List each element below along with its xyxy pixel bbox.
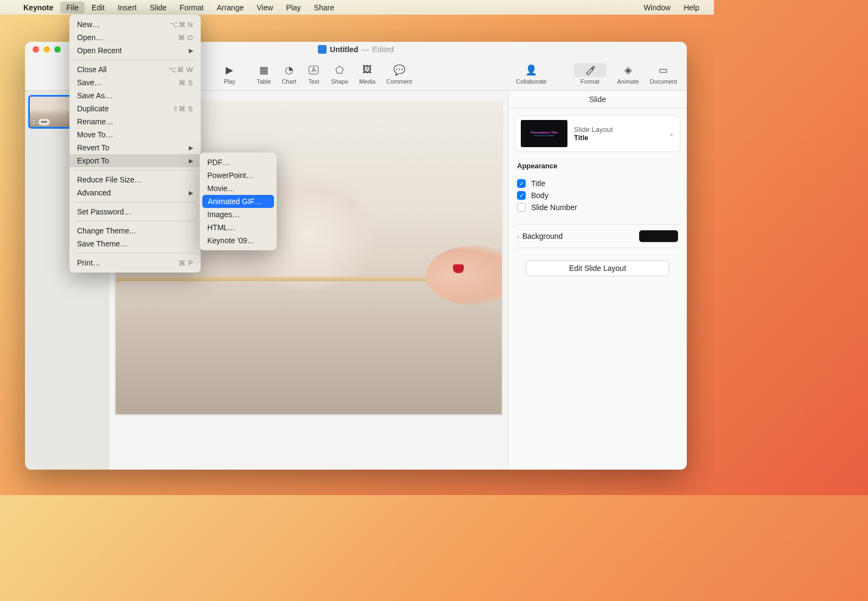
check-body-label: Body [531, 191, 548, 200]
edit-slide-layout-button[interactable]: Edit Slide Layout [526, 260, 669, 276]
shape-icon: ⬠ [335, 63, 344, 77]
toolbar-text[interactable]: A Text [302, 63, 326, 85]
chevron-down-icon: ⌄ [669, 130, 674, 137]
submenu-item-html[interactable]: HTML… [200, 221, 277, 234]
submenu-item-powerpoint[interactable]: PowerPoint… [200, 169, 277, 182]
menu-slide[interactable]: Slide [144, 2, 173, 14]
toolbar-shape-label: Shape [331, 78, 348, 85]
document-icon [318, 45, 327, 54]
inspector-tab-slide[interactable]: Slide [508, 91, 687, 109]
checkbox-icon: ✓ [517, 191, 526, 200]
toolbar-shape[interactable]: ⬠ Shape [326, 63, 354, 85]
menu-item-save-theme[interactable]: Save Theme… [69, 237, 201, 250]
menu-arrange[interactable]: Arrange [210, 2, 250, 14]
toolbar-chart-label: Chart [282, 78, 296, 85]
menu-app[interactable]: Keynote [17, 2, 59, 14]
menu-item-duplicate[interactable]: Duplicate⇧⌘ S [69, 102, 201, 115]
background-row[interactable]: › Background [515, 224, 680, 248]
chevron-right-icon: ▶ [189, 189, 193, 197]
layout-thumbnail: Presentation Title Presentation Subtitle [521, 120, 567, 147]
toolbar-table-label: Table [257, 78, 271, 85]
fullscreen-button[interactable] [54, 46, 61, 53]
submenu-item-images[interactable]: Images… [200, 208, 277, 221]
close-button[interactable] [33, 46, 39, 53]
format-icon [574, 63, 607, 77]
layout-info: Slide Layout Title [574, 125, 662, 142]
check-body[interactable]: ✓ Body [515, 189, 680, 201]
toolbar-chart[interactable]: ◔ Chart [276, 63, 302, 85]
title-text: Untitled [330, 45, 358, 54]
menu-item-new[interactable]: New…⌥⌘ N [69, 18, 201, 31]
toolbar-comment-label: Comment [386, 78, 412, 85]
menu-item-save-as[interactable]: Save As… [69, 89, 201, 102]
menu-item-open[interactable]: Open…⌘ O [69, 31, 201, 44]
title-sep: — [361, 45, 369, 54]
toolbar-comment[interactable]: 💬 Comment [381, 63, 418, 85]
menu-item-open-recent[interactable]: Open Recent▶ [69, 44, 201, 57]
minimize-button[interactable] [43, 46, 50, 53]
toolbar-play[interactable]: ▶ Play [218, 63, 241, 85]
toolbar-table[interactable]: ▦ Table [251, 63, 276, 85]
toolbar-animate[interactable]: ◈ Animate [612, 63, 644, 85]
menu-item-export-to[interactable]: Export To▶ [69, 154, 201, 167]
toolbar-text-label: Text [308, 78, 319, 85]
menu-insert[interactable]: Insert [112, 2, 143, 14]
menu-item-print[interactable]: Print…⌘ P [69, 256, 201, 269]
slide-layout-selector[interactable]: Presentation Title Presentation Subtitle… [515, 115, 680, 152]
slide-options-icon: ••• [39, 119, 50, 125]
menu-item-close-all[interactable]: Close All⌥⌘ W [69, 63, 201, 76]
menu-window[interactable]: Window [637, 2, 676, 14]
toolbar-document[interactable]: ▭ Document [644, 63, 682, 85]
play-icon: ▶ [226, 63, 233, 77]
export-to-submenu: PDF… PowerPoint… Movie… Animated GIF… Im… [200, 153, 277, 250]
menu-item-save[interactable]: Save…⌘ S [69, 76, 201, 89]
menu-item-set-password[interactable]: Set Password… [69, 205, 201, 218]
submenu-item-keynote09[interactable]: Keynote '09… [200, 234, 277, 247]
slide-image-nail [453, 264, 464, 273]
check-title[interactable]: ✓ Title [515, 178, 680, 189]
menu-help[interactable]: Help [678, 2, 705, 14]
check-title-label: Title [531, 179, 545, 188]
appearance-header: Appearance [515, 160, 680, 170]
layout-name: Title [574, 134, 662, 142]
menu-item-revert-to[interactable]: Revert To▶ [69, 141, 201, 154]
menu-play[interactable]: Play [280, 2, 307, 14]
menu-edit[interactable]: Edit [86, 2, 111, 14]
toolbar-collaborate[interactable]: 👤 Collaborate [510, 63, 552, 85]
toolbar-format[interactable]: Format [569, 63, 612, 85]
inspector-panel: Slide Presentation Title Presentation Su… [508, 91, 687, 470]
menu-item-change-theme[interactable]: Change Theme... [69, 224, 201, 237]
file-menu-dropdown: New…⌥⌘ N Open…⌘ O Open Recent▶ Close All… [69, 15, 201, 273]
menu-item-move-to[interactable]: Move To… [69, 128, 201, 141]
checkbox-icon [517, 203, 526, 212]
menu-file[interactable]: File [60, 2, 85, 14]
chevron-right-icon: ▶ [189, 144, 193, 151]
toolbar-animate-label: Animate [617, 78, 639, 85]
menu-share[interactable]: Share [308, 2, 340, 14]
animate-icon: ◈ [624, 63, 632, 77]
check-slide-number[interactable]: Slide Number [515, 201, 680, 213]
submenu-item-animated-gif[interactable]: Animated GIF… [202, 195, 274, 208]
background-color-well[interactable] [639, 230, 678, 242]
menu-item-advanced[interactable]: Advanced▶ [69, 186, 201, 199]
toolbar-format-label: Format [580, 78, 599, 85]
document-icon: ▭ [659, 63, 668, 77]
menu-format[interactable]: Format [174, 2, 209, 14]
chevron-right-icon: › [517, 233, 519, 239]
toolbar-document-label: Document [650, 78, 677, 85]
checkbox-icon: ✓ [517, 179, 526, 188]
menu-item-reduce-file-size[interactable]: Reduce File Size… [69, 173, 201, 186]
menu-item-rename[interactable]: Rename… [69, 115, 201, 128]
comment-icon: 💬 [393, 63, 405, 77]
toolbar-play-label: Play [224, 78, 235, 85]
submenu-item-movie[interactable]: Movie… [200, 182, 277, 195]
layout-label: Slide Layout [574, 125, 662, 134]
toolbar-media[interactable]: 🖼 Media [354, 63, 381, 85]
traffic-lights [25, 46, 61, 53]
menu-view[interactable]: View [251, 2, 279, 14]
slide-number: 1 [32, 119, 35, 125]
menubar: Keynote File Edit Insert Slide Format Ar… [0, 0, 714, 15]
submenu-item-pdf[interactable]: PDF… [200, 156, 277, 169]
chart-icon: ◔ [285, 63, 293, 77]
check-slide-number-label: Slide Number [531, 203, 577, 212]
